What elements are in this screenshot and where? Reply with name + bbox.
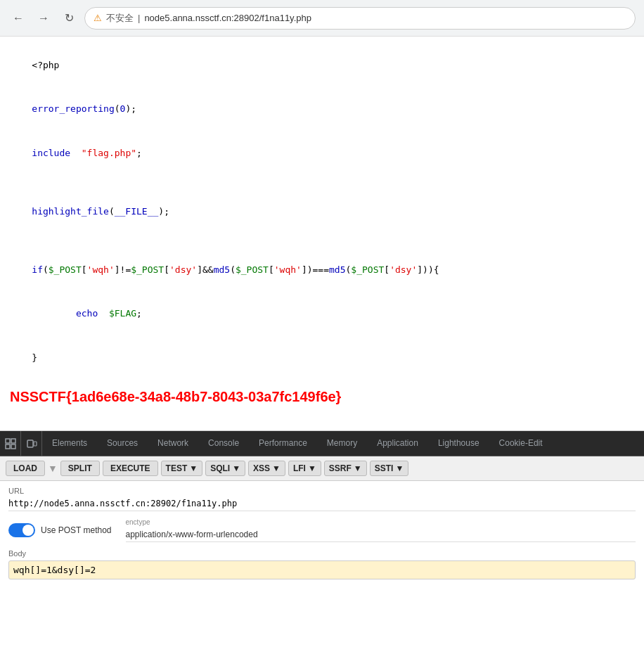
devtools-tabbar: Elements Sources Network Console Perform… [0,431,644,456]
body-section: Body [8,549,636,579]
echo-keyword: echo [76,308,98,319]
code-line-3: include "flag.php"; [10,132,634,175]
hackbar-toolbar: LOAD ▼ SPLIT EXECUTE TEST ▼ SQLI ▼ XSS ▼… [0,456,644,481]
svg-rect-1 [11,439,15,443]
if-keyword: if [32,264,43,275]
sqli-chevron: ▼ [232,463,240,473]
code-line-blank2 [10,233,634,248]
ssrf-chevron: ▼ [354,463,362,473]
code-line-2: error_reporting(0); [10,87,634,131]
ssrf-dropdown[interactable]: SSRF ▼ [324,461,367,476]
test-chevron: ▼ [189,463,198,473]
post-method-toggle-wrap: Use POST method [8,523,112,537]
code-line-1: <?php [10,44,634,87]
tab-memory[interactable]: Memory [317,431,367,456]
separator: | [138,13,140,23]
address-bar[interactable]: ⚠ 不安全 | node5.anna.nssctf.cn:28902/f1na1… [84,7,636,30]
insecure-label: 不安全 [106,12,134,25]
tab-elements[interactable]: Elements [42,431,97,456]
ssti-dropdown[interactable]: SSTI ▼ [370,461,409,476]
split-button[interactable]: SPLIT [60,461,100,476]
url-section: URL [8,487,636,511]
back-button[interactable]: ← [8,8,28,28]
execute-button[interactable]: EXECUTE [103,461,158,476]
xss-chevron: ▼ [272,463,281,473]
page-content: <?php error_reporting(0); include "flag.… [0,37,644,430]
sqli-dropdown[interactable]: SQLI ▼ [205,461,245,476]
xss-dropdown[interactable]: XSS ▼ [248,461,285,476]
url-input[interactable] [8,496,636,511]
code-line-6: echo $FLAG; [10,293,634,336]
post-method-toggle[interactable] [8,523,35,537]
enctype-input[interactable] [126,527,636,542]
enctype-label: enctype [126,518,636,526]
load-dropdown-icon[interactable]: ▼ [48,463,58,474]
svg-rect-0 [6,439,10,443]
enctype-section: enctype [126,518,636,542]
test-dropdown[interactable]: TEST ▼ [161,461,203,476]
tab-application[interactable]: Application [367,431,428,456]
include-keyword: include [32,148,70,158]
highlight-file: highlight_file [32,206,109,217]
devtools-panel: Elements Sources Network Console Perform… [0,430,644,654]
code-line-7: } [10,336,634,380]
body-label: Body [8,549,636,558]
flag-output: NSSCTF{1ad6e68e-34a8-48b7-8043-03a7fc149… [10,385,634,408]
address-url: node5.anna.nssctf.cn:28902/f1na11y.php [144,13,311,23]
tab-performance[interactable]: Performance [249,431,317,456]
reload-button[interactable]: ↻ [59,8,79,28]
url-label: URL [8,487,636,495]
code-line-blank1 [10,175,634,190]
lfi-chevron: ▼ [308,463,316,473]
svg-rect-2 [6,444,10,449]
lfi-dropdown[interactable]: LFI ▼ [288,461,321,476]
code-line-5: if($_POST['wqh']!=$_POST['dsy']&&md5($_P… [10,248,634,292]
svg-rect-4 [27,440,33,447]
tab-lighthouse[interactable]: Lighthouse [428,431,489,456]
tab-sources[interactable]: Sources [97,431,148,456]
load-button[interactable]: LOAD [6,461,45,476]
ssti-chevron: ▼ [395,463,404,473]
php-open-tag: <?php [32,60,59,70]
tab-cookie-edit[interactable]: Cookie-Edit [489,431,553,456]
post-row: Use POST method enctype [8,518,636,542]
svg-rect-5 [34,442,37,446]
body-input[interactable] [8,560,636,579]
forward-button[interactable]: → [34,8,53,28]
device-toggle-icon[interactable] [21,431,42,456]
tab-console[interactable]: Console [198,431,249,456]
code-line-4: highlight_file(__FILE__); [10,190,634,233]
svg-rect-3 [11,444,15,449]
post-method-label: Use POST method [41,525,112,535]
browser-chrome: ← → ↻ ⚠ 不安全 | node5.anna.nssctf.cn:28902… [0,0,644,37]
hackbar-body: URL Use POST method enctype Body [0,481,644,654]
tab-network[interactable]: Network [148,431,198,456]
inspector-icon[interactable] [0,431,21,456]
warning-icon: ⚠ [94,13,102,23]
error-reporting: error_reporting [32,103,114,114]
